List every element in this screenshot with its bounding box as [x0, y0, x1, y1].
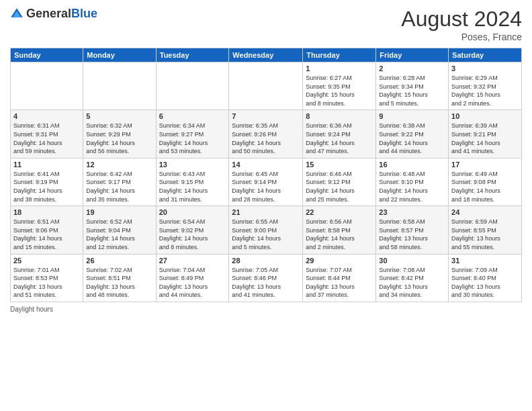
- calendar-cell: [83, 62, 156, 110]
- day-number: 8: [306, 112, 373, 120]
- day-number: 14: [232, 161, 300, 169]
- day-info: Sunrise: 6:27 AM Sunset: 9:35 PM Dayligh…: [306, 74, 373, 107]
- calendar-cell: 6Sunrise: 6:34 AM Sunset: 9:27 PM Daylig…: [156, 110, 229, 158]
- location: Poses, France: [401, 32, 522, 42]
- day-info: Sunrise: 6:52 AM Sunset: 9:04 PM Dayligh…: [86, 218, 152, 251]
- day-info: Sunrise: 6:55 AM Sunset: 9:00 PM Dayligh…: [232, 218, 300, 251]
- calendar-cell: 19Sunrise: 6:52 AM Sunset: 9:04 PM Dayli…: [83, 206, 156, 254]
- day-number: 22: [306, 208, 373, 216]
- day-info: Sunrise: 6:35 AM Sunset: 9:26 PM Dayligh…: [232, 122, 300, 155]
- day-number: 23: [379, 208, 445, 216]
- day-info: Sunrise: 6:38 AM Sunset: 9:22 PM Dayligh…: [379, 122, 445, 155]
- calendar-cell: 12Sunrise: 6:42 AM Sunset: 9:17 PM Dayli…: [83, 158, 156, 205]
- calendar-cell: 31Sunrise: 7:09 AM Sunset: 8:40 PM Dayli…: [449, 254, 522, 302]
- logo-general: General: [26, 7, 71, 20]
- day-number: 19: [86, 208, 152, 216]
- day-number: 25: [13, 257, 80, 265]
- footer: Daylight hours: [10, 306, 522, 313]
- day-number: 28: [232, 257, 300, 265]
- day-number: 17: [451, 161, 519, 169]
- daylight-label: Daylight hours: [10, 306, 53, 313]
- calendar-cell: 18Sunrise: 6:51 AM Sunset: 9:06 PM Dayli…: [11, 206, 83, 254]
- calendar-cell: 16Sunrise: 6:48 AM Sunset: 9:10 PM Dayli…: [376, 158, 449, 205]
- calendar-cell: 8Sunrise: 6:36 AM Sunset: 9:24 PM Daylig…: [303, 110, 376, 158]
- day-info: Sunrise: 7:01 AM Sunset: 8:53 PM Dayligh…: [13, 266, 80, 300]
- calendar-cell: 14Sunrise: 6:45 AM Sunset: 9:14 PM Dayli…: [229, 158, 303, 205]
- calendar-cell: 26Sunrise: 7:02 AM Sunset: 8:51 PM Dayli…: [83, 254, 156, 302]
- day-number: 21: [232, 208, 300, 216]
- calendar-cell: 4Sunrise: 6:31 AM Sunset: 9:31 PM Daylig…: [11, 110, 83, 158]
- day-number: 3: [451, 64, 519, 73]
- day-number: 5: [86, 112, 152, 120]
- day-number: 18: [13, 208, 80, 216]
- day-info: Sunrise: 6:54 AM Sunset: 9:02 PM Dayligh…: [159, 218, 226, 251]
- calendar-header-row: SundayMondayTuesdayWednesdayThursdayFrid…: [11, 48, 522, 62]
- calendar-cell: 5Sunrise: 6:32 AM Sunset: 9:29 PM Daylig…: [83, 110, 156, 158]
- header: GeneralBlue August 2024 Poses, France: [10, 7, 522, 42]
- day-info: Sunrise: 6:51 AM Sunset: 9:06 PM Dayligh…: [13, 218, 80, 251]
- day-info: Sunrise: 6:39 AM Sunset: 9:21 PM Dayligh…: [451, 122, 519, 155]
- day-info: Sunrise: 6:56 AM Sunset: 8:58 PM Dayligh…: [306, 218, 373, 251]
- calendar-cell: 25Sunrise: 7:01 AM Sunset: 8:53 PM Dayli…: [11, 254, 83, 302]
- day-number: 15: [306, 161, 373, 169]
- day-number: 10: [451, 112, 519, 120]
- calendar-week-row: 11Sunrise: 6:41 AM Sunset: 9:19 PM Dayli…: [11, 158, 522, 205]
- day-info: Sunrise: 6:43 AM Sunset: 9:15 PM Dayligh…: [159, 170, 226, 203]
- day-info: Sunrise: 6:58 AM Sunset: 8:57 PM Dayligh…: [379, 218, 445, 251]
- day-number: 9: [379, 112, 445, 120]
- calendar-week-row: 18Sunrise: 6:51 AM Sunset: 9:06 PM Dayli…: [11, 206, 522, 254]
- calendar-cell: 24Sunrise: 6:59 AM Sunset: 8:55 PM Dayli…: [449, 206, 522, 254]
- calendar-cell: [156, 62, 229, 110]
- calendar-dow-sunday: Sunday: [11, 48, 83, 62]
- calendar-cell: 13Sunrise: 6:43 AM Sunset: 9:15 PM Dayli…: [156, 158, 229, 205]
- calendar-dow-wednesday: Wednesday: [229, 48, 303, 62]
- calendar-cell: 15Sunrise: 6:46 AM Sunset: 9:12 PM Dayli…: [303, 158, 376, 205]
- day-number: 7: [232, 112, 300, 120]
- day-info: Sunrise: 6:59 AM Sunset: 8:55 PM Dayligh…: [451, 218, 519, 251]
- day-number: 11: [13, 161, 80, 169]
- day-info: Sunrise: 7:07 AM Sunset: 8:44 PM Dayligh…: [306, 266, 373, 300]
- day-info: Sunrise: 6:48 AM Sunset: 9:10 PM Dayligh…: [379, 170, 445, 203]
- day-number: 4: [13, 112, 80, 120]
- logo: GeneralBlue: [10, 7, 97, 21]
- day-info: Sunrise: 6:41 AM Sunset: 9:19 PM Dayligh…: [13, 170, 80, 203]
- logo-blue: Blue: [71, 7, 97, 20]
- calendar-cell: 9Sunrise: 6:38 AM Sunset: 9:22 PM Daylig…: [376, 110, 449, 158]
- calendar-dow-friday: Friday: [376, 48, 449, 62]
- day-number: 2: [379, 64, 445, 73]
- day-number: 31: [451, 257, 519, 265]
- day-number: 26: [86, 257, 152, 265]
- calendar-dow-monday: Monday: [83, 48, 156, 62]
- calendar-week-row: 4Sunrise: 6:31 AM Sunset: 9:31 PM Daylig…: [11, 110, 522, 158]
- day-info: Sunrise: 6:46 AM Sunset: 9:12 PM Dayligh…: [306, 170, 373, 203]
- calendar-cell: 28Sunrise: 7:05 AM Sunset: 8:46 PM Dayli…: [229, 254, 303, 302]
- calendar-cell: 20Sunrise: 6:54 AM Sunset: 9:02 PM Dayli…: [156, 206, 229, 254]
- calendar-dow-saturday: Saturday: [449, 48, 522, 62]
- calendar-cell: 7Sunrise: 6:35 AM Sunset: 9:26 PM Daylig…: [229, 110, 303, 158]
- day-number: 1: [306, 64, 373, 73]
- calendar-cell: 21Sunrise: 6:55 AM Sunset: 9:00 PM Dayli…: [229, 206, 303, 254]
- day-info: Sunrise: 6:31 AM Sunset: 9:31 PM Dayligh…: [13, 122, 80, 155]
- calendar-cell: 2Sunrise: 6:28 AM Sunset: 9:34 PM Daylig…: [376, 62, 449, 110]
- day-info: Sunrise: 7:08 AM Sunset: 8:42 PM Dayligh…: [379, 266, 445, 300]
- logo-icon: [10, 7, 24, 21]
- title-block: August 2024 Poses, France: [401, 7, 522, 42]
- calendar-cell: 29Sunrise: 7:07 AM Sunset: 8:44 PM Dayli…: [303, 254, 376, 302]
- calendar-cell: 10Sunrise: 6:39 AM Sunset: 9:21 PM Dayli…: [449, 110, 522, 158]
- day-info: Sunrise: 6:42 AM Sunset: 9:17 PM Dayligh…: [86, 170, 152, 203]
- day-number: 30: [379, 257, 445, 265]
- day-info: Sunrise: 7:04 AM Sunset: 8:49 PM Dayligh…: [159, 266, 226, 300]
- day-info: Sunrise: 6:29 AM Sunset: 9:32 PM Dayligh…: [451, 74, 519, 107]
- calendar: SundayMondayTuesdayWednesdayThursdayFrid…: [10, 48, 522, 302]
- day-number: 29: [306, 257, 373, 265]
- calendar-cell: 22Sunrise: 6:56 AM Sunset: 8:58 PM Dayli…: [303, 206, 376, 254]
- calendar-cell: 23Sunrise: 6:58 AM Sunset: 8:57 PM Dayli…: [376, 206, 449, 254]
- day-number: 20: [159, 208, 226, 216]
- day-info: Sunrise: 6:34 AM Sunset: 9:27 PM Dayligh…: [159, 122, 226, 155]
- day-info: Sunrise: 6:28 AM Sunset: 9:34 PM Dayligh…: [379, 74, 445, 107]
- day-info: Sunrise: 7:09 AM Sunset: 8:40 PM Dayligh…: [451, 266, 519, 300]
- page: GeneralBlue August 2024 Poses, France Su…: [0, 0, 532, 411]
- day-info: Sunrise: 6:32 AM Sunset: 9:29 PM Dayligh…: [86, 122, 152, 155]
- day-info: Sunrise: 6:45 AM Sunset: 9:14 PM Dayligh…: [232, 170, 300, 203]
- calendar-dow-tuesday: Tuesday: [156, 48, 229, 62]
